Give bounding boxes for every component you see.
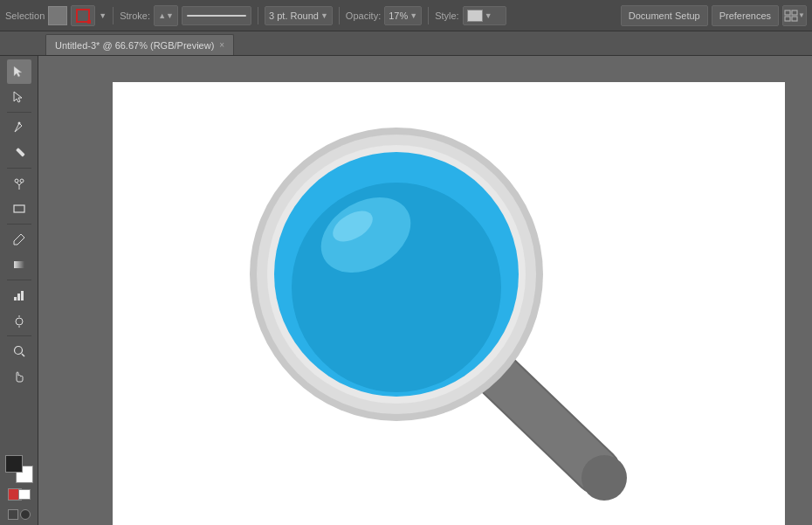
svg-rect-18 xyxy=(14,297,17,300)
gradient-tool-button[interactable] xyxy=(7,252,31,277)
main-area xyxy=(0,56,812,525)
svg-rect-6 xyxy=(792,17,797,21)
stroke-preview xyxy=(182,6,251,25)
stroke-label: Stroke: xyxy=(120,10,150,21)
svg-line-13 xyxy=(17,183,19,185)
chart-icon xyxy=(12,288,26,302)
gradient-icon xyxy=(12,258,26,272)
document-tab[interactable]: Untitled-3* @ 66.67% (RGB/Preview) × xyxy=(45,34,234,55)
selection-tool-button[interactable] xyxy=(7,59,31,84)
svg-point-11 xyxy=(15,179,18,183)
svg-point-12 xyxy=(20,179,24,183)
svg-marker-7 xyxy=(14,66,22,77)
fill-swatch[interactable] xyxy=(48,6,67,25)
document-setup-button[interactable]: Document Setup xyxy=(621,5,708,26)
divider-1 xyxy=(113,7,114,24)
tool-separator-4 xyxy=(7,280,31,280)
canvas-area[interactable] xyxy=(38,56,812,525)
tab-title: Untitled-3* @ 66.67% (RGB/Preview) xyxy=(55,40,214,51)
svg-rect-0 xyxy=(77,10,89,22)
color-mode-row xyxy=(5,486,33,503)
svg-line-25 xyxy=(22,354,24,356)
svg-rect-5 xyxy=(785,17,790,21)
tool-separator-5 xyxy=(7,335,31,336)
svg-rect-17 xyxy=(14,261,24,268)
svg-rect-16 xyxy=(14,205,24,212)
selection-label: Selection xyxy=(5,10,45,21)
brush-size-value: 3 pt. Round xyxy=(269,10,319,21)
pen-tool-button[interactable] xyxy=(7,115,31,140)
svg-line-27 xyxy=(488,366,597,471)
svg-marker-8 xyxy=(14,92,22,102)
style-chevron[interactable]: ▼ xyxy=(485,11,492,20)
pencil-tool-button[interactable] xyxy=(7,141,31,165)
tool-separator-1 xyxy=(7,112,31,113)
shape-tool-button[interactable] xyxy=(7,197,31,221)
tool-separator-2 xyxy=(7,168,31,169)
foreground-color-swatch[interactable] xyxy=(5,455,23,473)
extra-options-chevron[interactable]: ▼ xyxy=(798,11,805,19)
top-toolbar: Selection ▼ Stroke: ▲▼ 3 pt. Round ▼ Opa… xyxy=(0,0,812,31)
svg-rect-4 xyxy=(792,10,797,15)
artboard-tool-button[interactable] xyxy=(7,308,31,333)
pencil-icon xyxy=(12,146,26,160)
color-swatches xyxy=(5,455,33,483)
color-mode-white-swatch[interactable] xyxy=(18,489,31,500)
svg-point-9 xyxy=(17,122,20,125)
opacity-box[interactable]: 17% ▼ xyxy=(384,6,422,25)
svg-rect-3 xyxy=(785,10,790,15)
svg-point-24 xyxy=(14,347,22,355)
divider-4 xyxy=(428,7,429,24)
stroke-color-box[interactable] xyxy=(71,5,95,26)
zoom-icon xyxy=(12,344,26,358)
tab-bar: Untitled-3* @ 66.67% (RGB/Preview) × xyxy=(0,31,812,56)
brush-size-chevron[interactable]: ▼ xyxy=(320,11,328,20)
pen-icon xyxy=(12,121,26,135)
opacity-chevron[interactable]: ▼ xyxy=(409,11,417,20)
svg-rect-20 xyxy=(21,291,24,300)
brush-size-box[interactable]: 3 pt. Round ▼ xyxy=(265,6,333,25)
divider-3 xyxy=(339,7,340,24)
svg-rect-19 xyxy=(17,294,20,300)
preview-view-btn[interactable] xyxy=(20,509,31,520)
direct-selection-tool-button[interactable] xyxy=(7,85,31,109)
fill-stroke-chevron[interactable]: ▼ xyxy=(99,11,107,20)
stroke-line-preview xyxy=(186,12,247,19)
arrange-icon xyxy=(784,9,798,23)
svg-marker-1 xyxy=(87,20,91,24)
svg-point-21 xyxy=(16,318,23,325)
hand-tool-button[interactable] xyxy=(7,364,31,389)
eyedropper-tool-button[interactable] xyxy=(7,227,31,252)
style-label: Style: xyxy=(435,10,459,21)
artboard-icon xyxy=(12,314,26,328)
direct-selection-icon xyxy=(12,90,26,104)
shape-icon xyxy=(12,202,26,216)
svg-line-14 xyxy=(19,183,22,185)
left-toolbar xyxy=(0,56,38,525)
svg-point-28 xyxy=(581,455,627,501)
svg-rect-10 xyxy=(16,148,25,157)
scissors-icon xyxy=(12,176,26,190)
eyedropper-icon xyxy=(12,232,26,246)
scissors-tool-button[interactable] xyxy=(7,171,31,196)
divider-2 xyxy=(258,7,258,24)
hand-icon xyxy=(12,370,26,383)
opacity-value: 17% xyxy=(389,10,408,21)
style-swatch xyxy=(467,10,483,22)
stroke-icon xyxy=(75,8,91,24)
tab-close-button[interactable]: × xyxy=(219,40,224,50)
extra-options-button[interactable]: ▼ xyxy=(782,5,807,26)
style-box[interactable]: ▼ xyxy=(463,6,506,25)
view-mode-row xyxy=(5,506,33,523)
opacity-label: Opacity: xyxy=(346,10,381,21)
selection-icon xyxy=(12,65,26,79)
zoom-tool-button[interactable] xyxy=(7,339,31,363)
tool-separator-3 xyxy=(7,224,31,225)
normal-view-btn[interactable] xyxy=(8,509,18,520)
chart-tool-button[interactable] xyxy=(7,283,31,307)
preferences-button[interactable]: Preferences xyxy=(712,5,779,26)
stroke-arrows[interactable]: ▲▼ xyxy=(154,5,178,26)
magnifying-glass-illustration xyxy=(231,108,650,521)
